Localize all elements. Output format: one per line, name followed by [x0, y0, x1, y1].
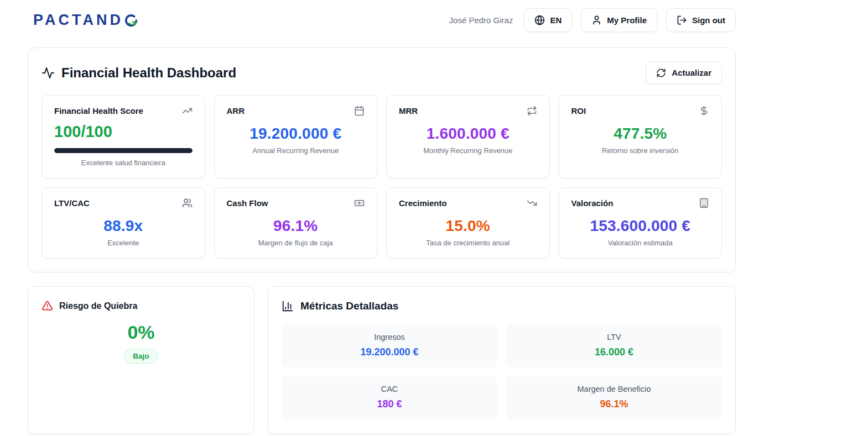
card-title: Cash Flow [227, 198, 268, 208]
card-financial-health-score: Financial Health Score 100/100 Excelente… [41, 95, 205, 178]
card-ltv-cac: LTV/CAC 88.9x Excelente [41, 187, 205, 259]
metric-label: LTV [512, 333, 716, 342]
metric-label: Ingresos [287, 333, 492, 342]
card-value: 100/100 [54, 123, 193, 141]
brand-logo[interactable]: PACTAND [33, 12, 138, 29]
building-icon [699, 198, 709, 208]
globe-icon [534, 15, 545, 25]
card-value: 153.600.000 € [571, 217, 710, 235]
card-title: ROI [571, 106, 586, 115]
metric-tile-ltv: LTV 16.000 € [506, 324, 722, 367]
dashboard-header: Financial Health Dashboard Actualizar [41, 61, 722, 84]
card-title: MRR [399, 106, 418, 115]
card-value: 88.9x [54, 217, 193, 235]
my-profile-button[interactable]: My Profile [581, 8, 657, 32]
detailed-metrics-panel: Métricas Detalladas Ingresos 19.200.000 … [268, 286, 736, 434]
card-title: Valoración [571, 198, 614, 208]
refresh-icon [656, 68, 666, 78]
metric-label: Margen de Beneficio [512, 385, 716, 393]
metric-tile-margen-beneficio: Margen de Beneficio 96.1% [506, 376, 722, 419]
card-cash-flow: Cash Flow 96.1% Margen de flujo de caja [214, 187, 378, 259]
card-roi: ROI 477.5% Retorno sobre inversión [559, 95, 723, 178]
card-value: 477.5% [571, 125, 710, 143]
metric-value: 19.200.000 € [287, 346, 492, 358]
card-caption: Annual Recurring Revenue [227, 146, 365, 155]
card-title: Crecimiento [399, 198, 447, 208]
page-content: Financial Health Dashboard Actualizar Fi… [28, 48, 736, 434]
card-value: 19.200.000 € [227, 125, 365, 143]
language-button[interactable]: EN [524, 8, 572, 32]
card-caption: Excelente salud financiera [54, 159, 193, 167]
top-navigation-bar: PACTAND José Pedro Giraz EN [0, 0, 868, 40]
dashboard-title-row: Financial Health Dashboard [41, 65, 236, 81]
alert-triangle-icon [41, 300, 53, 312]
detailed-metrics-grid: Ingresos 19.200.000 € LTV 16.000 € CAC 1… [282, 324, 722, 419]
card-caption: Tasa de crecimiento anual [399, 239, 537, 247]
risk-level-badge: Bajo [124, 349, 158, 364]
log-out-icon [677, 15, 687, 25]
card-valoracion: Valoración 153.600.000 € Valoración esti… [559, 187, 723, 259]
card-value: 15.0% [399, 217, 537, 235]
user-name: José Pedro Giraz [449, 15, 513, 25]
financial-health-dashboard-panel: Financial Health Dashboard Actualizar Fi… [28, 48, 736, 272]
banknote-icon [354, 198, 365, 208]
card-value: 96.1% [227, 217, 365, 235]
calendar-icon [354, 106, 365, 116]
card-mrr: MRR 1.600.000 € Monthly Recurring Revenu… [386, 95, 550, 178]
my-profile-label: My Profile [607, 15, 647, 25]
bar-chart-icon [282, 300, 294, 312]
risk-value: 0% [41, 322, 241, 343]
repeat-icon [527, 106, 537, 116]
refresh-button[interactable]: Actualizar [646, 61, 722, 84]
metric-card-grid: Financial Health Score 100/100 Excelente… [41, 95, 722, 259]
trending-down-icon [527, 198, 537, 208]
page-title: Financial Health Dashboard [61, 65, 236, 81]
brand-logo-o-icon [124, 13, 138, 28]
metric-label: CAC [287, 385, 492, 393]
risk-title: Riesgo de Quiebra [59, 301, 137, 311]
card-caption: Valoración estimada [571, 239, 710, 247]
card-caption: Retorno sobre inversión [571, 146, 710, 155]
bankruptcy-risk-panel: Riesgo de Quiebra 0% Bajo [28, 286, 254, 434]
language-label: EN [550, 15, 562, 25]
card-value: 1.600.000 € [399, 125, 537, 143]
brand-logo-text: PACTAND [33, 12, 123, 29]
header-actions: José Pedro Giraz EN My Profile [449, 8, 736, 32]
card-title: LTV/CAC [54, 198, 90, 208]
metric-tile-ingresos: Ingresos 19.200.000 € [282, 324, 497, 367]
dollar-icon [699, 106, 709, 116]
health-score-progress-bar [54, 148, 193, 153]
metric-tile-cac: CAC 180 € [282, 376, 497, 419]
card-arr: ARR 19.200.000 € Annual Recurring Revenu… [214, 95, 378, 178]
card-caption: Monthly Recurring Revenue [399, 146, 537, 155]
card-caption: Margen de flujo de caja [227, 239, 365, 247]
detailed-metrics-title: Métricas Detalladas [300, 300, 398, 312]
health-score-progress-fill [54, 148, 193, 153]
metric-value: 180 € [287, 398, 492, 410]
sign-out-label: Sign out [692, 15, 725, 25]
metric-value: 16.000 € [512, 346, 716, 358]
sign-out-button[interactable]: Sign out [666, 8, 736, 32]
refresh-label: Actualizar [672, 68, 711, 77]
bottom-row: Riesgo de Quiebra 0% Bajo Métricas Detal… [28, 286, 736, 434]
card-crecimiento: Crecimiento 15.0% Tasa de crecimiento an… [386, 187, 550, 259]
users-icon [182, 198, 193, 208]
metric-value: 96.1% [512, 398, 716, 410]
card-caption: Excelente [54, 239, 193, 247]
card-title: ARR [227, 106, 245, 115]
trending-up-icon [182, 106, 193, 116]
user-icon [591, 15, 602, 25]
card-title: Financial Health Score [54, 106, 143, 115]
activity-icon [41, 66, 55, 80]
